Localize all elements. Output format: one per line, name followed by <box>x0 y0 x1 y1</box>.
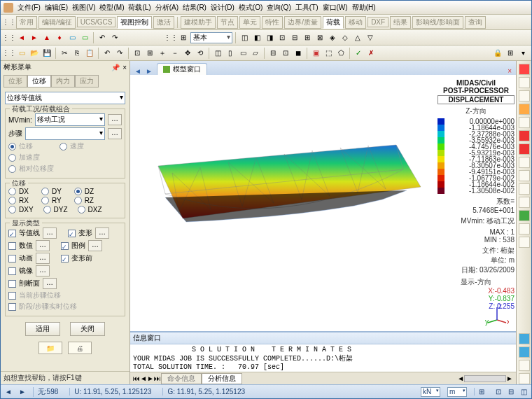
select-poly-icon[interactable]: ⬠ <box>335 48 346 59</box>
msg-next-icon[interactable]: ► <box>147 374 154 382</box>
dyz-radio[interactable] <box>43 206 51 214</box>
status-prev-icon[interactable]: ◄ <box>5 388 12 396</box>
anim-check[interactable] <box>8 255 16 262</box>
zoom-in-icon[interactable]: ＋ <box>157 48 168 59</box>
value-opt[interactable]: … <box>36 240 50 251</box>
rb-9-icon[interactable] <box>519 183 530 195</box>
zoom-out-icon[interactable]: － <box>169 48 181 59</box>
deactivate-icon[interactable]: ✗ <box>365 48 377 59</box>
top-icon[interactable]: ▱ <box>250 48 261 59</box>
dxz-radio[interactable] <box>78 206 85 214</box>
status-icon-4[interactable]: ◫ <box>521 388 527 396</box>
menu-edit[interactable]: 编辑(E) <box>45 3 68 13</box>
cut-icon[interactable]: ✂ <box>59 48 70 59</box>
status-next-icon[interactable]: ► <box>19 388 26 396</box>
t-icon-f[interactable]: ⊞ <box>302 32 313 43</box>
view-icon-1[interactable]: ◄ <box>16 32 27 43</box>
zoom-fit-icon[interactable]: ⊡ <box>132 48 143 59</box>
tab-activate[interactable]: 激活 <box>153 16 174 29</box>
status-icon-2[interactable]: ⊡ <box>496 388 501 396</box>
rb-2-icon[interactable] <box>519 90 530 102</box>
view-icon-3[interactable]: ▲ <box>41 32 52 43</box>
t-icon-i[interactable]: ◇ <box>340 32 351 43</box>
rb-close-icon[interactable] <box>519 64 530 75</box>
close-button[interactable]: 关闭 <box>70 322 105 336</box>
tree-tab-stress[interactable]: 应力 <box>75 75 99 88</box>
tab-move[interactable]: 移动 <box>345 16 366 29</box>
zoom-window-icon[interactable]: ⊞ <box>144 48 155 59</box>
view-icon-4[interactable]: ♦ <box>54 32 65 43</box>
ry-radio[interactable] <box>41 197 49 204</box>
t-icon-e[interactable]: ⊟ <box>289 32 300 43</box>
grip-icon[interactable]: ⋮⋮ <box>165 32 176 43</box>
load-case-more[interactable]: … <box>108 114 122 125</box>
status-icon-3[interactable]: ⊟ <box>508 388 514 396</box>
menu-analysis[interactable]: 分析(A) <box>155 3 178 13</box>
menu-file[interactable]: 文件(F) <box>18 3 41 13</box>
print-button[interactable]: 🖨 <box>68 342 92 354</box>
msg-scroll-left-icon[interactable]: ◄ <box>457 374 464 382</box>
tab-viewctrl[interactable]: 视图控制 <box>117 16 152 29</box>
rz-radio[interactable] <box>74 197 82 204</box>
menu-load[interactable]: 荷载(L) <box>128 3 150 13</box>
tree-tab-disp[interactable]: 位移 <box>27 75 51 88</box>
tab-query[interactable]: 查询 <box>465 16 486 29</box>
t-icon-c[interactable]: ◨ <box>264 32 275 43</box>
t-icon-d[interactable]: ⊡ <box>276 32 288 43</box>
iso-icon[interactable]: ◫ <box>212 48 223 59</box>
redo2-icon[interactable]: ↷ <box>114 48 125 59</box>
tab-bc[interactable]: 边界/质量 <box>284 16 321 29</box>
rb-3-icon[interactable] <box>519 104 530 115</box>
dx-radio[interactable] <box>8 188 16 195</box>
menu-query[interactable]: 查询(Q) <box>267 3 290 13</box>
lock-icon[interactable]: 🔒 <box>492 48 503 59</box>
t-icon-j[interactable]: △ <box>352 32 363 43</box>
legend-opt[interactable]: … <box>88 240 102 251</box>
msg-prev-icon[interactable]: ◄ <box>140 374 147 382</box>
tree-tab-force[interactable]: 内力 <box>51 75 75 88</box>
redo-icon[interactable]: ↷ <box>109 32 120 43</box>
rb-14-icon[interactable] <box>519 333 530 344</box>
base-dropdown[interactable]: 基本 <box>190 32 232 43</box>
t-icon-g[interactable]: ⊠ <box>314 32 326 43</box>
message-body[interactable]: S O L U T I O N T E R M I N A T E S YOUR… <box>130 344 516 372</box>
menu-result[interactable]: 结果(R) <box>183 3 206 13</box>
rb-1-icon[interactable] <box>519 77 530 88</box>
menu-mode[interactable]: 模式(O) <box>239 3 262 13</box>
open-icon[interactable]: 📂 <box>29 48 40 59</box>
rb-15-icon[interactable] <box>519 346 530 358</box>
rotate-icon[interactable]: ⟲ <box>195 48 206 59</box>
grip-icon[interactable]: ⋮⋮ <box>4 17 15 28</box>
tab-common[interactable]: 常用 <box>16 16 37 29</box>
deform-check[interactable] <box>68 230 76 237</box>
tab-next-icon[interactable]: ► <box>146 67 153 75</box>
side-icon[interactable]: ▭ <box>237 48 248 59</box>
menu-view[interactable]: 视图(V) <box>72 3 95 13</box>
status-icon-1[interactable]: ⊞ <box>474 388 489 396</box>
rx-radio[interactable] <box>8 197 16 204</box>
rb-6-icon[interactable] <box>519 144 530 155</box>
grip-icon[interactable]: ⋮⋮ <box>4 32 15 43</box>
section-check[interactable] <box>8 280 16 288</box>
rb-7-icon[interactable] <box>519 157 530 168</box>
rb-5-icon[interactable] <box>519 130 530 141</box>
paste-icon[interactable]: 📋 <box>84 48 95 59</box>
rb-4-icon[interactable] <box>519 117 530 128</box>
anim-opt[interactable]: … <box>36 253 50 264</box>
activate-icon[interactable]: ✓ <box>353 48 364 59</box>
msg-last-icon[interactable]: ⏭ <box>154 374 161 382</box>
copy-icon[interactable]: ⎘ <box>71 48 83 59</box>
value-check[interactable] <box>8 242 16 250</box>
load-case-combo[interactable]: 移动工况 <box>35 113 105 126</box>
display-icon[interactable]: ▭ <box>79 32 90 43</box>
deform-opt[interactable]: … <box>95 227 109 239</box>
tab-node[interactable]: 节点 <box>217 16 238 29</box>
ncpu-icon[interactable]: ⊞ <box>505 48 516 59</box>
t-icon-a[interactable]: ◫ <box>239 32 250 43</box>
tab-result[interactable]: 结果 <box>390 16 411 29</box>
t-icon-h[interactable]: ◈ <box>327 32 338 43</box>
pin-icon[interactable]: 📌 <box>111 64 120 71</box>
mirror-opt[interactable]: … <box>36 265 50 276</box>
rb-11-icon[interactable] <box>519 210 530 221</box>
tab-load[interactable]: 荷载 <box>323 16 344 29</box>
